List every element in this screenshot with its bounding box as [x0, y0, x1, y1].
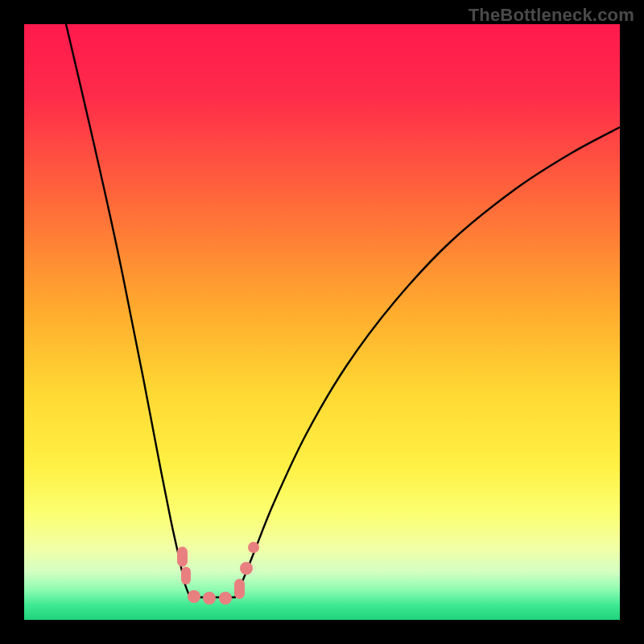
chart-frame	[24, 24, 620, 620]
svg-rect-0	[24, 24, 620, 620]
background-gradient	[24, 24, 620, 620]
watermark-text: TheBottleneck.com	[469, 5, 634, 26]
